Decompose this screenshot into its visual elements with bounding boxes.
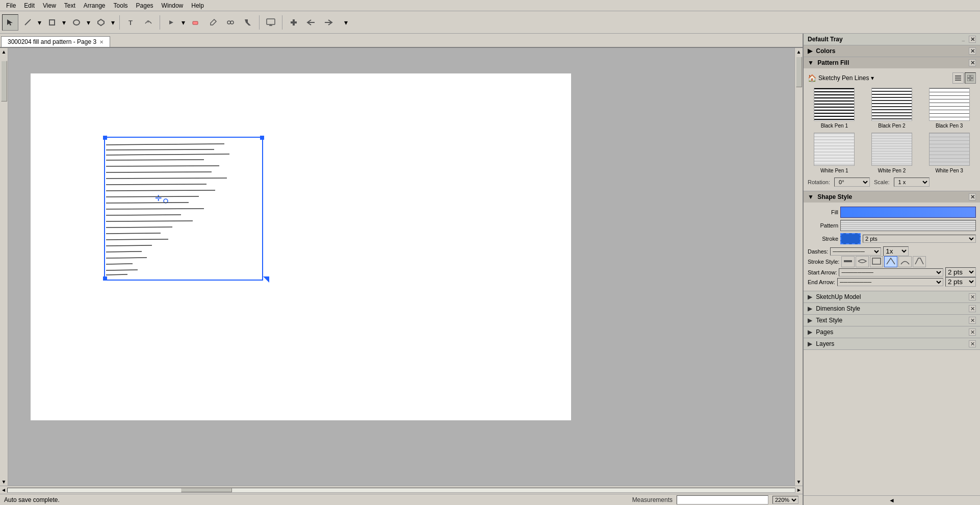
end-arrow-select[interactable]: ──────── ──────▶ ◀────── — [837, 278, 943, 286]
stroke-style-join-bevel-btn[interactable] — [913, 256, 926, 267]
menu-edit[interactable]: Edit — [20, 1, 39, 10]
tab-close-btn[interactable]: ✕ — [99, 39, 104, 45]
stroke-style-join-miter-btn[interactable] — [884, 256, 897, 267]
v-scroll-down[interactable]: ▼ — [796, 479, 802, 485]
scroll-down-btn[interactable]: ▼ — [2, 479, 7, 485]
v-scroll-thumb-right[interactable] — [796, 57, 802, 87]
menu-file[interactable]: File — [2, 1, 20, 10]
panel-close-btn[interactable]: ✕ — [969, 36, 976, 43]
colors-close-btn[interactable]: ✕ — [969, 47, 976, 55]
shape-style-close-btn[interactable]: ✕ — [969, 193, 976, 200]
grid-view-btn[interactable] — [965, 72, 976, 84]
zoom-select[interactable]: 220% 100% 150% 200% 300% — [772, 496, 798, 504]
v-scroll-thumb[interactable] — [1, 61, 7, 102]
menu-window[interactable]: Window — [158, 1, 188, 10]
h-scrollbar[interactable]: ◄ ► — [0, 486, 803, 494]
text-style-close-btn[interactable]: ✕ — [969, 317, 976, 324]
fill-color-swatch[interactable] — [840, 207, 976, 218]
end-arrow-size[interactable]: 2 pts1 pts3 pts — [945, 277, 976, 287]
pattern-item-black-pen-2[interactable]: Black Pen 2 — [865, 88, 919, 129]
ellipse-dropdown[interactable]: ▾ — [85, 14, 92, 31]
stroke-style-square-btn[interactable] — [870, 256, 883, 267]
start-arrow-select[interactable]: ──────── ──────▶ ◀────── — [839, 268, 943, 276]
dashes-select[interactable]: ──────── - - - - - · · · · · — [830, 247, 881, 256]
blend-tool[interactable] — [222, 14, 239, 31]
pages-section[interactable]: ▶ Pages ✕ — [804, 326, 980, 338]
v-scrollbar-right[interactable]: ▲ ▼ — [794, 48, 803, 486]
separator-3 — [259, 15, 260, 30]
pattern-category[interactable]: Sketchy Pen Lines — [818, 74, 869, 82]
ellipse-tool[interactable] — [68, 14, 85, 31]
eraser-tool[interactable] — [188, 14, 204, 31]
stroke-style-round-btn[interactable] — [856, 256, 869, 267]
menu-view[interactable]: View — [39, 1, 60, 10]
select-tool[interactable] — [2, 14, 18, 31]
pattern-fill-close-btn[interactable]: ✕ — [969, 59, 976, 66]
pattern-fill-header[interactable]: ▼ Pattern Fill ✕ — [804, 57, 980, 68]
stroke-size-select[interactable]: 2 pts1 pts3 pts4 pts — [863, 235, 976, 243]
shape-tool[interactable] — [44, 14, 60, 31]
pattern-item-white-pen-2[interactable]: White Pen 2 — [865, 133, 919, 173]
measurements-input[interactable] — [677, 495, 768, 504]
back-tool[interactable] — [303, 14, 319, 31]
colors-section-header[interactable]: ▶ Colors ✕ — [804, 45, 980, 57]
pen-tool[interactable] — [19, 14, 36, 31]
action-tool[interactable] — [163, 14, 179, 31]
pattern-item-black-pen-1[interactable]: Black Pen 1 — [808, 88, 861, 129]
sketchup-close-btn[interactable]: ✕ — [969, 293, 976, 300]
h-scroll-thumb[interactable] — [181, 488, 232, 492]
pages-close-btn[interactable]: ✕ — [969, 329, 976, 336]
menu-text[interactable]: Text — [60, 1, 80, 10]
more-tool[interactable]: ▾ — [338, 14, 354, 31]
stroke-style-flat-btn[interactable] — [841, 256, 855, 267]
pattern-dropdown-icon[interactable]: ▾ — [871, 74, 874, 82]
layers-close-btn[interactable]: ✕ — [969, 340, 976, 347]
menu-tools[interactable]: Tools — [110, 1, 132, 10]
zoom-in-tool[interactable] — [286, 14, 302, 31]
h-scroll-track[interactable] — [7, 488, 795, 493]
h-scroll-right[interactable]: ► — [796, 487, 802, 493]
text-style-section[interactable]: ▶ Text Style ✕ — [804, 315, 980, 326]
svg-rect-50 — [967, 75, 970, 78]
svg-line-28 — [106, 166, 219, 166]
start-arrow-size[interactable]: 2 pts1 pts3 pts — [945, 267, 976, 277]
pattern-item-white-pen-1[interactable]: White Pen 1 — [808, 133, 861, 173]
polygon-dropdown[interactable]: ▾ — [109, 14, 116, 31]
menu-pages[interactable]: Pages — [132, 1, 158, 10]
sketchup-model-section[interactable]: ▶ SketchUp Model ✕ — [804, 291, 980, 303]
rotation-select[interactable]: 0°90°180°270° — [834, 178, 870, 187]
svg-line-44 — [106, 264, 133, 264]
pattern-item-black-pen-3[interactable]: Black Pen 3 — [922, 88, 976, 129]
forward-tool[interactable] — [320, 14, 337, 31]
text-tool[interactable]: T — [123, 14, 139, 31]
menu-arrange[interactable]: Arrange — [80, 1, 110, 10]
path-text-tool[interactable]: T — [140, 14, 157, 31]
home-icon[interactable]: 🏠 — [808, 74, 816, 82]
list-view-btn[interactable] — [952, 72, 964, 84]
pen-dropdown[interactable]: ▾ — [36, 14, 43, 31]
panel-minimize-btn[interactable]: _ — [962, 36, 965, 43]
monitor-tool[interactable] — [263, 14, 279, 31]
fill-tool[interactable] — [240, 14, 256, 31]
h-scroll-left[interactable]: ◄ — [1, 487, 6, 493]
stroke-style-join-round-btn[interactable] — [898, 256, 912, 267]
dimension-style-section[interactable]: ▶ Dimension Style ✕ — [804, 303, 980, 315]
action-dropdown[interactable]: ▾ — [179, 14, 187, 31]
v-scroll-up[interactable]: ▲ — [796, 49, 802, 55]
scale-select[interactable]: 1 x2 x0.5 x — [894, 178, 930, 187]
canvas-scroll-area[interactable]: ▲ ▼ — [0, 48, 794, 486]
stroke-color-swatch[interactable] — [840, 233, 861, 244]
pattern-item-white-pen-3[interactable]: White Pen 3 — [922, 133, 976, 173]
menu-help[interactable]: Help — [187, 1, 208, 10]
panel-scroll-left-btn[interactable]: ◄ — [889, 497, 895, 504]
document-tab[interactable]: 3000204 fill and pattern - Page 3 ✕ — [1, 36, 110, 47]
layers-section[interactable]: ▶ Layers ✕ — [804, 338, 980, 350]
scroll-up-btn[interactable]: ▲ — [2, 49, 7, 55]
polygon-tool[interactable] — [93, 14, 109, 31]
pattern-style-swatch[interactable] — [840, 220, 976, 231]
eyedropper-tool[interactable] — [205, 14, 221, 31]
shape-dropdown[interactable]: ▾ — [60, 14, 67, 31]
dashes-size-select[interactable]: 1x2x — [883, 246, 909, 256]
shape-style-header[interactable]: ▼ Shape Style ✕ — [804, 191, 980, 203]
dimension-close-btn[interactable]: ✕ — [969, 305, 976, 312]
